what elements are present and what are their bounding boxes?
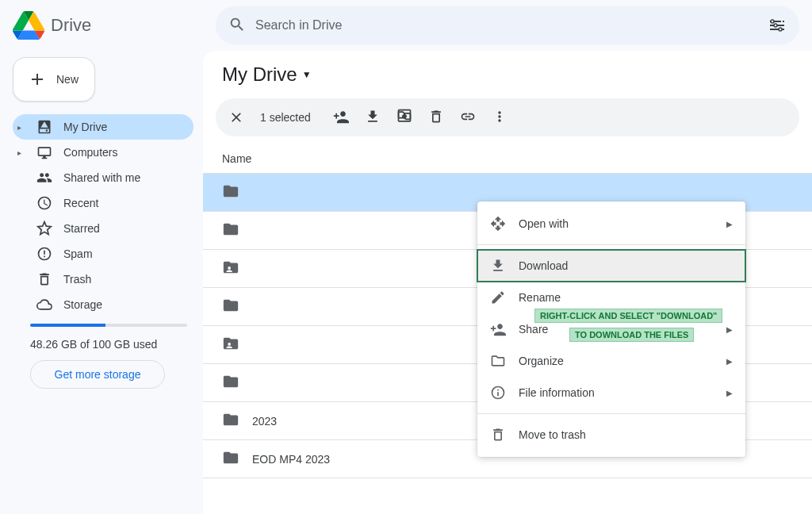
sidebar-item-label: Computers — [63, 146, 117, 159]
trash-icon — [490, 427, 506, 443]
ctx-label: File information — [519, 386, 714, 399]
delete-button[interactable] — [428, 109, 444, 127]
sidebar-item-spam[interactable]: Spam — [13, 241, 193, 267]
ctx-file-info[interactable]: File information ▶ — [477, 377, 745, 409]
folder-icon — [222, 297, 239, 316]
breadcrumb-title: My Drive — [222, 63, 297, 86]
caret-down-icon: ▼ — [302, 69, 312, 80]
column-header-name[interactable]: Name — [203, 146, 812, 174]
search-input[interactable]: Search in Drive — [255, 18, 752, 33]
logo-area[interactable]: Drive — [13, 11, 203, 40]
plus-icon — [28, 70, 47, 89]
move-button[interactable] — [396, 109, 412, 127]
chevron-right-icon: ▶ — [726, 325, 733, 334]
sidebar-item-shared[interactable]: Shared with me — [13, 165, 193, 190]
drive-icon — [36, 119, 52, 135]
folder-icon — [222, 221, 239, 240]
computers-icon — [36, 144, 52, 160]
ctx-label: Move to trash — [519, 428, 733, 441]
share-button[interactable] — [333, 109, 349, 127]
selection-toolbar: 1 selected — [216, 98, 799, 136]
chevron-right-icon[interactable]: ▸ — [17, 123, 25, 132]
ctx-label: Rename — [519, 291, 733, 304]
more-button[interactable] — [492, 109, 508, 127]
ctx-label: Open with — [519, 217, 714, 230]
file-name: EOD MP4 2023 — [252, 453, 330, 466]
sidebar-item-trash[interactable]: Trash — [13, 267, 193, 292]
shared-icon — [36, 170, 52, 186]
file-name: 2023 — [252, 415, 277, 428]
clock-icon — [36, 195, 52, 211]
ctx-organize[interactable]: Organize ▶ — [477, 345, 745, 377]
ctx-label: Download — [519, 259, 733, 272]
link-button[interactable] — [460, 109, 476, 127]
selection-count: 1 selected — [260, 111, 311, 124]
search-bar[interactable]: Search in Drive — [216, 6, 799, 44]
svg-point-3 — [228, 267, 231, 270]
sidebar: New ▸ My Drive ▸ Computers Shared with m… — [0, 51, 203, 514]
storage-text: 48.26 GB of 100 GB used — [30, 338, 187, 351]
ctx-label: Organize — [519, 355, 714, 367]
chevron-right-icon[interactable]: ▸ — [17, 148, 25, 157]
close-selection-button[interactable] — [228, 109, 244, 125]
sidebar-item-label: Recent — [63, 197, 98, 209]
main-area: My Drive ▼ 1 selected Name es 1 to 141 -… — [203, 51, 812, 514]
svg-point-1 — [774, 24, 777, 27]
sidebar-item-label: Shared with me — [63, 171, 140, 184]
cloud-icon — [36, 297, 52, 313]
breadcrumb[interactable]: My Drive ▼ — [203, 63, 812, 98]
svg-point-0 — [771, 20, 774, 23]
new-button[interactable]: New — [13, 57, 95, 102]
folder-icon — [222, 411, 239, 431]
trash-icon — [36, 271, 52, 287]
sidebar-item-label: My Drive — [63, 121, 107, 133]
shared-folder-icon — [222, 259, 239, 278]
sidebar-item-starred[interactable]: Starred — [13, 216, 193, 241]
sidebar-item-label: Storage — [63, 298, 102, 311]
product-name: Drive — [51, 15, 91, 36]
download-button[interactable] — [365, 109, 381, 127]
app-header: Drive Search in Drive — [0, 0, 812, 51]
folder-icon — [222, 182, 239, 202]
sidebar-item-computers[interactable]: ▸ Computers — [13, 140, 193, 165]
sidebar-item-storage[interactable]: Storage — [13, 292, 193, 317]
open-with-icon — [490, 216, 506, 232]
sidebar-item-label: Starred — [63, 222, 100, 235]
info-icon — [490, 385, 506, 401]
sidebar-item-label: Spam — [63, 247, 93, 260]
tutorial-annotation: TO DOWNLOAD THE FILES — [569, 328, 694, 342]
svg-point-4 — [228, 343, 231, 346]
separator — [477, 413, 745, 414]
tutorial-annotation: RIGHT-CLICK AND SELECT "DOWNLOAD" — [534, 309, 722, 323]
sidebar-item-label: Trash — [63, 273, 91, 286]
chevron-right-icon: ▶ — [726, 220, 733, 228]
download-icon — [490, 258, 506, 274]
search-icon — [228, 16, 246, 36]
new-button-label: New — [56, 73, 79, 86]
ctx-move-to-trash[interactable]: Move to trash — [477, 419, 745, 451]
sidebar-item-recent[interactable]: Recent — [13, 190, 193, 216]
folder-icon — [222, 373, 239, 393]
chevron-right-icon: ▶ — [726, 357, 733, 366]
sidebar-item-my-drive[interactable]: ▸ My Drive — [13, 114, 193, 140]
star-icon — [36, 221, 52, 236]
ctx-download[interactable]: Download — [477, 250, 745, 282]
shared-folder-icon — [222, 335, 239, 355]
drive-logo-icon — [13, 11, 44, 40]
separator — [477, 244, 745, 245]
organize-icon — [490, 353, 506, 369]
svg-point-2 — [779, 28, 782, 31]
share-icon — [490, 321, 506, 337]
ctx-open-with[interactable]: Open with ▶ — [477, 208, 745, 240]
filter-icon[interactable] — [768, 16, 787, 35]
chevron-right-icon: ▶ — [726, 389, 733, 397]
rename-icon — [490, 290, 506, 305]
storage-bar — [30, 324, 187, 327]
spam-icon — [36, 246, 52, 262]
get-more-storage-button[interactable]: Get more storage — [30, 360, 165, 389]
folder-icon — [222, 449, 239, 469]
